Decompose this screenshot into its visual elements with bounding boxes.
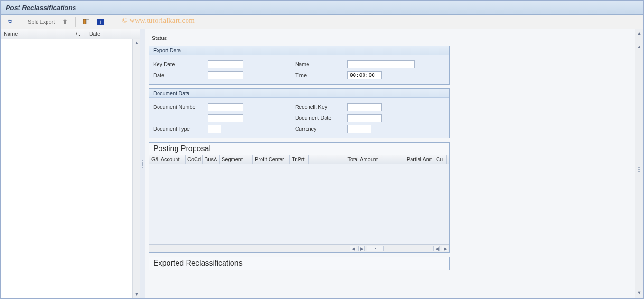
key-date-label: Key Date (153, 61, 208, 67)
trash-icon[interactable] (59, 17, 71, 27)
col-trprt[interactable]: Tr.Prt (290, 155, 309, 164)
watermark: © www.tutorialkart.com (122, 17, 195, 25)
time-label: Time (295, 72, 347, 78)
reconcil-key-label: Reconcil. Key (295, 104, 347, 110)
nav-tree-body[interactable] (1, 39, 140, 298)
refresh-icon[interactable] (5, 17, 16, 27)
grid-posting-proposal: Posting Proposal G/L Account CoCd BusA S… (149, 142, 450, 253)
info-icon[interactable]: i (95, 17, 106, 27)
split-export-button[interactable]: Split Export (26, 19, 56, 25)
key-date-field[interactable] (208, 60, 243, 68)
status-label: Status (149, 33, 635, 46)
svg-rect-0 (84, 19, 86, 24)
doc-date-label: Document Date (295, 115, 347, 121)
nav-column-header: Name \.. Date (1, 29, 140, 39)
hscroll-end-right-icon[interactable]: ▶ (442, 246, 448, 251)
col-profit-center[interactable]: Profit Center (253, 155, 290, 164)
col-currency-short[interactable]: Cu (434, 155, 447, 164)
toolbar-separator (21, 17, 21, 27)
toolbar-separator (75, 17, 76, 27)
splitter-handle[interactable] (140, 29, 145, 298)
nav-col-a[interactable]: \.. (73, 29, 86, 39)
name-label: Name (295, 61, 347, 67)
nav-col-name[interactable]: Name (1, 29, 73, 39)
currency-label: Currency (295, 126, 347, 132)
main-panel: Status Export Data Key Date Name D (145, 29, 643, 298)
grid-exported-title: Exported Reclassifications (149, 257, 449, 270)
col-gl-account[interactable]: G/L Account (149, 155, 186, 164)
svg-rect-1 (86, 19, 89, 24)
scroll-down-icon[interactable]: ▼ (133, 290, 140, 298)
doc-date-field[interactable] (347, 114, 382, 122)
hscroll-thumb[interactable]: ⋯ (367, 246, 384, 251)
doc-number-field[interactable] (208, 103, 243, 111)
nav-scrollbar[interactable]: ▲ ▼ (132, 39, 140, 298)
scroll-up-icon[interactable]: ▲ (635, 43, 643, 50)
date-label: Date (153, 72, 208, 78)
time-field[interactable] (347, 71, 382, 79)
col-busa[interactable]: BusA (203, 155, 220, 164)
hscroll-end-left-icon[interactable]: ◀ (433, 246, 440, 251)
reconcil-key-field[interactable] (347, 103, 382, 111)
doc-number-label: Document Number (153, 104, 208, 110)
group-export-data: Export Data Key Date Name Date (149, 46, 450, 85)
grid-exported-reclass: Exported Reclassifications (149, 257, 450, 270)
scroll-up-icon[interactable]: ▲ (635, 29, 643, 37)
grid-posting-header: G/L Account CoCd BusA Segment Profit Cen… (149, 155, 449, 164)
group-document-data: Document Data Document Number Reconcil. … (149, 88, 450, 138)
name-field[interactable] (347, 60, 415, 68)
hscroll-left-icon[interactable]: ◀ (350, 246, 356, 251)
scroll-down-icon[interactable]: ▼ (635, 289, 643, 297)
nav-panel: Name \.. Date ▲ ▼ (1, 29, 140, 298)
doc-type-field[interactable] (208, 125, 221, 133)
date-field[interactable] (208, 71, 243, 79)
doc-type-label: Document Type (153, 126, 208, 132)
window-scrollbar[interactable]: ▲ ▼ (635, 43, 643, 297)
toolbar: Split Export i © www.tutorialkart.com (1, 15, 643, 29)
page-title: Post Reclassifications (6, 4, 76, 11)
grid-posting-body[interactable] (149, 164, 449, 244)
grid-posting-hscroll[interactable]: ◀ ▶ ⋯ ◀ ▶ (149, 244, 449, 252)
nav-col-date[interactable]: Date (86, 29, 140, 39)
hscroll-right-icon[interactable]: ▶ (358, 246, 365, 251)
content-area: Name \.. Date ▲ ▼ Status Export (1, 29, 643, 298)
col-cocd[interactable]: CoCd (186, 155, 203, 164)
grid-posting-title: Posting Proposal (149, 143, 449, 155)
group-document-title: Document Data (149, 89, 449, 98)
title-bar: Post Reclassifications (1, 1, 643, 15)
currency-field[interactable] (347, 125, 371, 133)
col-segment[interactable]: Segment (220, 155, 253, 164)
col-partial-amt[interactable]: Partial Amt (380, 155, 434, 164)
layout-icon[interactable] (81, 17, 92, 27)
scroll-up-icon[interactable]: ▲ (133, 39, 140, 47)
extra-field[interactable] (208, 114, 243, 122)
group-export-title: Export Data (149, 46, 449, 55)
col-total-amount[interactable]: Total Amount (309, 155, 380, 164)
